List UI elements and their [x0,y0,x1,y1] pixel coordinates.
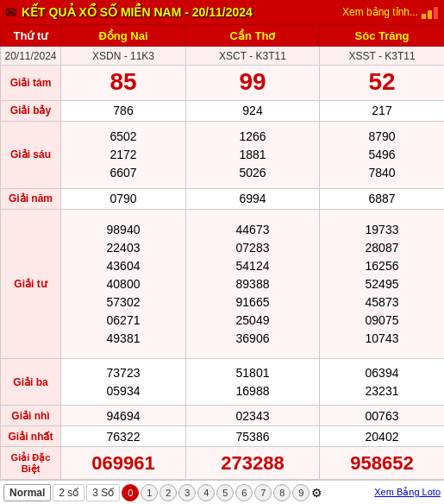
gear-icon[interactable]: ⚙ [311,486,322,500]
giai-bay-ct: 924 [186,100,320,121]
giai-nhat-st: 20402 [320,426,445,447]
main-table: Thứ tư Đồng Nai Cần Thơ Sóc Trăng 20/11/… [0,24,444,480]
header-title: KẾT QUẢ XỔ SỐ MIỀN NAM - 20/11/2024 [22,5,253,19]
giai-tu-label: Giải tư [1,209,61,359]
num-tab-3[interactable]: 3 [178,484,196,501]
giai-nhat-row: Giải nhất 76322 75386 20402 [1,426,445,447]
giai-sau-label: Giải sáu [1,121,61,188]
giai-tam-label: Giải tám [1,65,61,100]
header-left: ✉ KẾT QUẢ XỔ SỐ MIỀN NAM - 20/11/2024 [5,4,253,21]
num-tab-4[interactable]: 4 [197,484,215,501]
col-dong-nai: Đồng Nai [61,25,186,47]
header: ✉ KẾT QUẢ XỔ SỐ MIỀN NAM - 20/11/2024 Xe… [0,0,444,24]
giai-nam-row: Giải năm 0790 6994 6887 [1,188,445,209]
giai-tu-st: 19733280871625652495458730907510743 [320,209,445,359]
giai-sau-st: 879054967840 [320,121,445,188]
giai-ba-ct: 5180116988 [186,359,320,406]
num-tab-7[interactable]: 7 [254,484,272,501]
giai-ba-label: Giải ba [1,359,61,406]
num-tab-6[interactable]: 6 [235,484,253,501]
giai-nhat-label: Giải nhất [1,426,61,447]
envelope-icon: ✉ [5,4,16,21]
num-tab-8[interactable]: 8 [273,484,291,501]
giai-ba-dn: 7372305934 [61,359,186,406]
soc-trang-code: XSST - K3T11 [320,47,445,66]
giai-nhat-ct: 75386 [186,426,320,447]
col-soc-trang: Sóc Trăng [320,25,445,47]
col-header-row: Thứ tư Đồng Nai Cần Thơ Sóc Trăng [1,25,445,47]
giai-sau-ct: 126618815026 [186,121,320,188]
tab-2so[interactable]: 2 số [53,484,84,501]
giai-bay-st: 217 [320,100,445,121]
giai-nhat-dn: 76322 [61,426,186,447]
num-tab-5[interactable]: 5 [216,484,234,501]
num-tab-2[interactable]: 2 [159,484,177,501]
giai-nhi-row: Giải nhì 94694 02343 00763 [1,406,445,426]
giai-tam-row: Giải tám 85 99 52 [1,65,445,100]
dong-nai-code: XSDN - 11K3 [61,47,186,66]
giai-ba-st: 0639423231 [320,359,445,406]
num-tab-9[interactable]: 9 [292,484,310,501]
giai-nhi-label: Giải nhì [1,406,61,426]
giai-nhi-ct: 02343 [186,406,320,426]
giai-nhi-st: 00763 [320,406,445,426]
giai-tu-ct: 44673072835412489388916652504936906 [186,209,320,359]
footer: Normal 2 số 3 Số 0 1 2 3 4 5 6 7 8 9 ⚙ X… [0,480,444,504]
giai-nam-label: Giải năm [1,188,61,209]
giai-nam-ct: 6994 [186,188,320,209]
giai-db-row: Giải Đặc Biệt 069961 273288 958652 [1,447,445,480]
num-tab-0[interactable]: 0 [122,484,139,501]
giai-bay-label: Giải bảy [1,100,61,121]
col-can-tho: Cần Thơ [186,25,320,47]
xem-bang-loto-link[interactable]: Xem Bảng Loto [374,487,441,498]
giai-db-st: 958652 [320,447,445,480]
giai-db-ct: 273288 [186,447,320,480]
giai-tam-ct: 99 [186,65,320,100]
col-label: Thứ tư [1,25,61,47]
num-tab-1[interactable]: 1 [141,484,158,501]
giai-db-label: Giải Đặc Biệt [1,447,61,480]
tab-normal[interactable]: Normal [3,484,51,501]
giai-ba-row: Giải ba 7372305934 5180116988 0639423231 [1,359,445,406]
giai-tam-dn: 85 [61,65,186,100]
giai-tam-st: 52 [320,65,445,100]
giai-bay-dn: 786 [61,100,186,121]
giai-sau-dn: 650221726607 [61,121,186,188]
view-link[interactable]: Xem bảng tỉnh... [342,6,418,18]
giai-nhi-dn: 94694 [61,406,186,426]
date-label: 20/11/2024 [1,47,61,66]
giai-tu-dn: 98940224034360440800573020627149381 [61,209,186,359]
can-tho-code: XSCT - K3T11 [186,47,320,66]
giai-db-dn: 069961 [61,447,186,480]
date-row: 20/11/2024 XSDN - 11K3 XSCT - K3T11 XSST… [1,47,445,66]
chart-icon [422,5,439,19]
tab-3so[interactable]: 3 Số [86,484,120,501]
giai-nam-dn: 0790 [61,188,186,209]
header-right[interactable]: Xem bảng tỉnh... [342,5,439,19]
giai-nam-st: 6887 [320,188,445,209]
giai-sau-row: Giải sáu 650221726607 126618815026 87905… [1,121,445,188]
giai-bay-row: Giải bảy 786 924 217 [1,100,445,121]
giai-tu-row: Giải tư 98940224034360440800573020627149… [1,209,445,359]
app: ✉ KẾT QUẢ XỔ SỐ MIỀN NAM - 20/11/2024 Xe… [0,0,444,504]
